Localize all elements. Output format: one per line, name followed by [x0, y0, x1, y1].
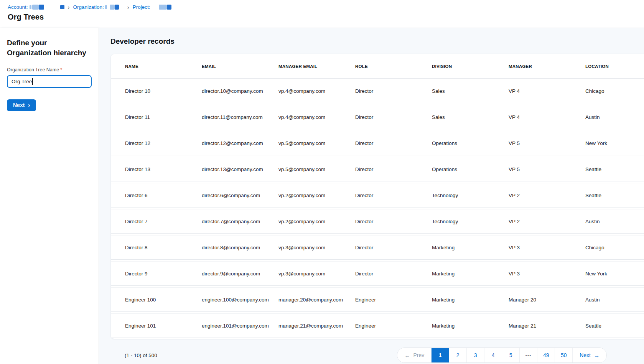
- table-cell: Marketing: [426, 271, 502, 277]
- table-cell: engineer.100@company.com: [196, 297, 272, 303]
- table-cell: director.6@company.com: [196, 193, 272, 198]
- pagination-summary: (1 - 10) of 500: [125, 352, 157, 358]
- main-panel: Developer records NAMEEMAILMANAGER EMAIL…: [99, 28, 644, 364]
- page-title: Org Trees: [8, 13, 644, 21]
- table-cell: VP 2: [502, 193, 579, 198]
- table-cell: Seattle: [579, 193, 644, 198]
- prev-page-button[interactable]: ← Prev: [397, 348, 431, 362]
- table-cell: Chicago: [579, 245, 644, 250]
- table-cell: Director: [349, 271, 426, 277]
- table-cell: Director: [349, 219, 426, 224]
- table-cell: Director: [349, 193, 426, 198]
- table-cell: VP 2: [502, 219, 579, 224]
- page-button-2[interactable]: 2: [449, 348, 466, 362]
- table-cell: Seattle: [579, 166, 644, 172]
- table-cell: director.7@company.com: [196, 219, 272, 224]
- redacted-organization-value: [115, 5, 119, 10]
- table-cell: Engineer: [349, 297, 426, 303]
- table-cell: Engineer 101: [119, 323, 196, 329]
- table-row: Director 13director.13@company.comvp.5@c…: [111, 157, 644, 181]
- developer-records-card: NAMEEMAILMANAGER EMAILROLEDIVISIONMANAGE…: [110, 54, 644, 339]
- org-tree-name-input[interactable]: Org Tree: [7, 75, 92, 88]
- table-cell: vp.4@company.com: [272, 114, 349, 120]
- table-cell: vp.2@company.com: [272, 193, 349, 198]
- table-heading: Developer records: [110, 37, 644, 46]
- column-header: MANAGER EMAIL: [272, 64, 349, 69]
- app-header: Account: › Organization: › Project: Org …: [0, 0, 644, 28]
- table-cell: Director: [349, 166, 426, 172]
- table-cell: Director 10: [119, 88, 196, 94]
- redacted-project-value: [159, 5, 167, 10]
- table-cell: vp.2@company.com: [272, 219, 349, 224]
- breadcrumb-chevron-icon: ›: [127, 4, 129, 10]
- page-button-3[interactable]: 3: [466, 348, 484, 362]
- breadcrumb-project-link[interactable]: Project:: [133, 4, 150, 10]
- table-cell: Austin: [579, 219, 644, 224]
- table-cell: Technology: [426, 219, 502, 224]
- sidebar: Define your Organization hierarchy Organ…: [0, 28, 99, 364]
- table-cell: Sales: [426, 88, 502, 94]
- table-cell: engineer.101@company.com: [196, 323, 272, 329]
- redacted-organization-value: [105, 5, 107, 9]
- table-cell: New York: [579, 140, 644, 146]
- table-row: Director 11director.11@company.comvp.4@c…: [111, 105, 644, 129]
- table-cell: director.11@company.com: [196, 114, 272, 120]
- table-cell: Technology: [426, 193, 502, 198]
- redacted-account-value: [30, 5, 31, 9]
- table-row: Director 6director.6@company.comvp.2@com…: [111, 183, 644, 208]
- table-cell: Director: [349, 140, 426, 146]
- table-row: Director 10director.10@company.comvp.4@c…: [111, 79, 644, 103]
- chevron-right-icon: ›: [28, 102, 30, 108]
- table-row: Director 8director.8@company.comvp.3@com…: [111, 235, 644, 260]
- required-marker: *: [60, 67, 62, 72]
- page-button-50[interactable]: 50: [555, 348, 572, 362]
- table-cell: VP 5: [502, 140, 579, 146]
- table-cell: Marketing: [426, 323, 502, 329]
- table-cell: Director 6: [119, 193, 196, 198]
- table-cell: Director: [349, 245, 426, 250]
- table-cell: Director 8: [119, 245, 196, 250]
- table-cell: Engineer: [349, 323, 426, 329]
- table-cell: Operations: [426, 140, 502, 146]
- redacted-account-value: [39, 5, 44, 10]
- table-cell: director.13@company.com: [196, 166, 272, 172]
- table-cell: vp.3@company.com: [272, 271, 349, 277]
- table-cell: VP 4: [502, 114, 579, 120]
- breadcrumb-organization-link[interactable]: Organization:: [73, 4, 104, 10]
- table-row: Engineer 100engineer.100@company.commana…: [111, 287, 644, 312]
- table-cell: New York: [579, 271, 644, 277]
- table-cell: Sales: [426, 114, 502, 120]
- table-cell: VP 4: [502, 88, 579, 94]
- page-button-1[interactable]: 1: [431, 348, 449, 362]
- sidebar-heading: Define your Organization hierarchy: [7, 38, 92, 58]
- page-button-49[interactable]: 49: [537, 348, 555, 362]
- redacted-organization-value: [110, 5, 115, 10]
- breadcrumb-account-link[interactable]: Account:: [8, 4, 28, 10]
- redacted-account-value: [32, 5, 39, 10]
- table-cell: Manager 21: [502, 323, 579, 329]
- table-row: Engineer 101engineer.101@company.commana…: [111, 313, 644, 338]
- next-page-button[interactable]: Next →: [572, 348, 606, 362]
- table-body: Director 10director.10@company.comvp.4@c…: [111, 79, 644, 338]
- table-cell: Director: [349, 114, 426, 120]
- table-cell: vp.3@company.com: [272, 245, 349, 250]
- table-row: Director 12director.12@company.comvp.5@c…: [111, 131, 644, 155]
- table-cell: VP 3: [502, 245, 579, 250]
- table-cell: Director 13: [119, 166, 196, 172]
- table-cell: manager.21@company.com: [272, 323, 349, 329]
- page-button-5[interactable]: 5: [502, 348, 519, 362]
- table-cell: Director 7: [119, 219, 196, 224]
- table-cell: Austin: [579, 297, 644, 303]
- table-row: Director 9director.9@company.comvp.3@com…: [111, 261, 644, 286]
- table-cell: VP 3: [502, 271, 579, 277]
- table-cell: Director 9: [119, 271, 196, 277]
- column-header: ROLE: [349, 64, 426, 69]
- table-cell: Operations: [426, 166, 502, 172]
- table-cell: Director 11: [119, 114, 196, 120]
- next-button[interactable]: Next ›: [7, 99, 36, 111]
- page-button-4[interactable]: 4: [484, 348, 502, 362]
- tree-name-label: Organization Tree Name*: [7, 67, 92, 72]
- table-header-row: NAMEEMAILMANAGER EMAILROLEDIVISIONMANAGE…: [111, 54, 644, 79]
- table-row: Director 7director.7@company.comvp.2@com…: [111, 209, 644, 234]
- table-cell: manager.20@company.com: [272, 297, 349, 303]
